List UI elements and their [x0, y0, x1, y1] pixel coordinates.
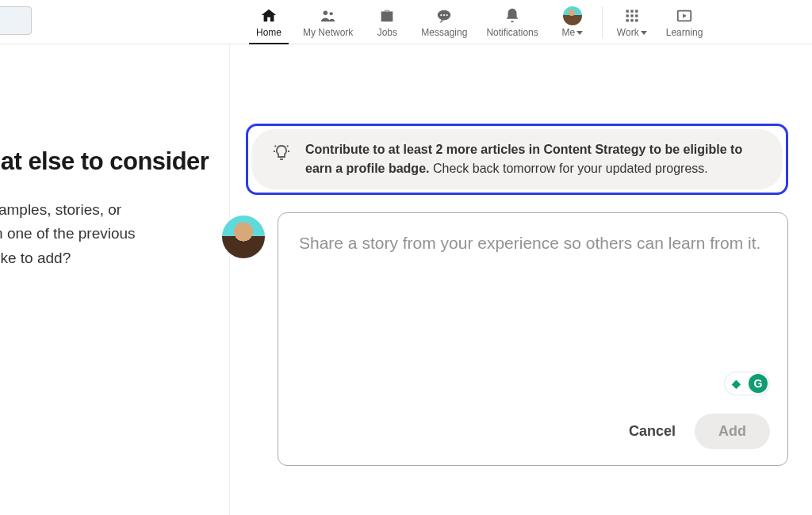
compose-row: Share a story from your experience so ot…	[246, 212, 788, 466]
compose-placeholder: Share a story from your experience so ot…	[299, 231, 767, 257]
nav-notifications[interactable]: Notifications	[477, 0, 547, 44]
right-column: Contribute to at least 2 more articles i…	[230, 44, 812, 515]
avatar-icon	[563, 6, 582, 25]
nav-jobs[interactable]: Jobs	[362, 0, 412, 44]
nav-network[interactable]: My Network	[293, 0, 362, 44]
svg-rect-10	[630, 14, 633, 17]
nav-work[interactable]: Work	[607, 0, 657, 44]
cancel-button[interactable]: Cancel	[629, 423, 676, 440]
svg-rect-14	[635, 19, 638, 21]
nav-items: Home My Network Jobs Messaging Notificat	[244, 0, 712, 44]
svg-point-3	[441, 14, 442, 16]
svg-point-0	[323, 11, 327, 15]
nav-jobs-label: Jobs	[377, 27, 397, 38]
nav-home[interactable]: Home	[244, 0, 293, 44]
svg-rect-8	[635, 10, 638, 13]
tip-text: Contribute to at least 2 more articles i…	[305, 140, 762, 178]
nav-messaging[interactable]: Messaging	[412, 0, 477, 44]
svg-point-5	[446, 14, 448, 16]
main-content: Here's what else to consider Do you have…	[0, 44, 812, 515]
grid-icon	[622, 6, 642, 25]
compose-actions: Cancel Add	[629, 414, 770, 449]
svg-rect-7	[630, 10, 633, 13]
nav-home-label: Home	[256, 27, 282, 38]
play-screen-icon	[675, 6, 694, 25]
grammarly-icon[interactable]: G	[749, 374, 768, 393]
chevron-down-icon	[576, 31, 583, 35]
svg-rect-6	[626, 10, 628, 13]
tip-text-rest: Check back tomorrow for your updated pro…	[429, 162, 707, 175]
chat-icon	[435, 6, 454, 25]
section-heading: Here's what else to consider	[0, 147, 229, 176]
nav-learning-label: Learning	[666, 27, 703, 38]
briefcase-icon	[377, 6, 396, 25]
add-button[interactable]: Add	[695, 414, 770, 449]
assist-badge-icon[interactable]: ◆	[726, 374, 745, 393]
nav-work-label: Work	[617, 27, 647, 38]
compose-box[interactable]: Share a story from your experience so ot…	[278, 212, 788, 466]
writing-assist-tools[interactable]: ◆ G	[724, 372, 770, 395]
nav-learning[interactable]: Learning	[657, 0, 713, 44]
tip-banner: Contribute to at least 2 more articles i…	[251, 129, 783, 189]
nav-me[interactable]: Me	[548, 0, 597, 44]
svg-rect-13	[630, 19, 633, 21]
bell-icon	[503, 6, 522, 25]
nav-network-label: My Network	[303, 27, 353, 38]
home-icon	[259, 6, 278, 25]
people-icon	[319, 6, 338, 25]
chevron-down-icon	[641, 31, 647, 35]
svg-rect-11	[635, 14, 638, 17]
nav-separator	[602, 6, 603, 38]
search-input[interactable]	[0, 6, 32, 35]
svg-rect-9	[626, 14, 628, 17]
left-column: Here's what else to consider Do you have…	[0, 44, 230, 515]
nav-notifications-label: Notifications	[486, 27, 538, 38]
tip-banner-highlight: Contribute to at least 2 more articles i…	[246, 124, 788, 195]
top-navigation-bar: Home My Network Jobs Messaging Notificat	[0, 0, 812, 44]
user-avatar	[222, 216, 265, 258]
svg-point-4	[443, 14, 445, 16]
nav-me-label: Me	[561, 27, 583, 38]
svg-point-1	[329, 12, 332, 15]
lightbulb-icon	[272, 143, 291, 162]
svg-rect-12	[626, 19, 628, 21]
nav-messaging-label: Messaging	[421, 27, 467, 38]
section-body: Do you have any examples, stories, or in…	[0, 198, 229, 270]
